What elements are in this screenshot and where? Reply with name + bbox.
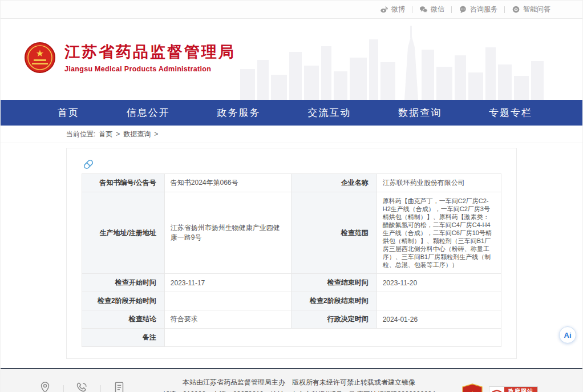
breadcrumb-separator: > [154, 130, 158, 138]
brand-titles: 江苏省药品监督管理局 Jiangsu Medical Products Admi… [64, 42, 236, 73]
national-emblem-logo: ★ [25, 42, 55, 73]
notice-number-value: 告知书2024年第066号 [164, 174, 292, 192]
smart-qa-link[interactable]: 智能问答 [505, 5, 557, 14]
nav-item-data-query[interactable]: 数据查询 [398, 106, 442, 119]
main-nav-inner: 首页 信息公开 政务服务 交流互动 数据查询 专题专栏 [58, 106, 532, 119]
table-row: 生产地址/注册地址 江苏省扬州市扬州生物健康产业园健康一路9号 检查范围 原料药… [82, 192, 501, 274]
document-icon [112, 381, 126, 392]
shield-icon [489, 387, 504, 392]
address-value: 江苏省扬州市扬州生物健康产业园健康一路9号 [164, 192, 292, 274]
table-row: 备注 [82, 329, 501, 347]
decision-date-label: 行政决定时间 [292, 310, 376, 329]
footer-quicklinks: 网站导航 联系方式 隐私申明 [28, 381, 136, 392]
privacy-link[interactable]: 隐私申明 [102, 381, 136, 392]
table-row: 告知书编号/公告号 告知书2024年第066号 企业名称 江苏联环药业股份有限公… [82, 174, 501, 192]
conclusion-label: 检查结论 [82, 310, 165, 329]
consult-service-label: 咨询服务 [470, 5, 497, 14]
chat-bubble-icon [459, 5, 467, 14]
nav-item-info-disclosure[interactable]: 信息公开 [127, 106, 170, 119]
footer-info: 本站由江苏省药品监督管理局主办 版权所有未经许可禁止转载或者建立镜像 邮编：21… [136, 377, 461, 392]
start-date-label: 检查开始时间 [82, 274, 165, 292]
robot-icon [512, 5, 520, 14]
breadcrumb-data-query-link[interactable]: 数据查询 [123, 130, 151, 139]
decision-date-value: 2024-01-26 [376, 310, 501, 329]
phase2-end-label: 检查2阶段结束时间 [292, 292, 376, 310]
main-nav: 首页 信息公开 政务服务 交流互动 数据查询 专题专栏 [1, 100, 582, 126]
site-footer: 网站导航 联系方式 隐私申明 本站由江苏省药品监督管理局主办 版权所有未经许可禁… [1, 368, 582, 392]
divider [100, 385, 101, 392]
badge-text-line1: 政府网站 [508, 387, 533, 392]
site-title-english: Jiangsu Medical Products Administration [64, 65, 236, 73]
weibo-icon [380, 5, 388, 14]
page: 微博 微信 咨询服务 智能问答 [0, 0, 583, 392]
company-name-value: 江苏联环药业股份有限公司 [376, 174, 501, 192]
inspection-detail-panel: 告知书编号/公告号 告知书2024年第066号 企业名称 江苏联环药业股份有限公… [66, 148, 517, 359]
footer-badges: ★ 政府网站 找错 [461, 383, 538, 392]
consult-service-link[interactable]: 咨询服务 [452, 5, 504, 14]
inspection-scope-label: 检查范围 [292, 192, 376, 274]
weibo-label: 微博 [391, 5, 405, 14]
breadcrumb-home-link[interactable]: 首页 [99, 130, 112, 139]
end-date-label: 检查结束时间 [292, 274, 376, 292]
divider [63, 385, 64, 392]
brand[interactable]: ★ 江苏省药品监督管理局 Jiangsu Medical Products Ad… [25, 42, 236, 73]
footer-line-address: 邮编：210008 电话：83273610 地址：南京市鼓楼街5号 政府网站标识… [136, 389, 461, 392]
top-utility-bar: 微博 微信 咨询服务 智能问答 [1, 1, 582, 19]
badge-text: 政府网站 找错 [504, 387, 537, 392]
phase2-start-value [164, 292, 292, 310]
gov-agency-badge-icon[interactable]: ★ [461, 383, 483, 392]
gov-site-error-report-badge[interactable]: 政府网站 找错 [489, 386, 538, 392]
company-name-label: 企业名称 [292, 174, 376, 192]
city-skyline-decoration [240, 25, 548, 100]
sitemap-link[interactable]: 网站导航 [28, 381, 62, 392]
breadcrumb-prefix: 当前位置: [66, 130, 95, 139]
breadcrumb-separator: > [116, 130, 120, 138]
breadcrumb: 当前位置: 首页 > 数据查询 > [1, 126, 582, 143]
table-row: 检查开始时间 2023-11-17 检查结束时间 2023-11-20 [82, 274, 501, 292]
footer-line-host: 本站由江苏省药品监督管理局主办 版权所有未经许可禁止转载或者建立镜像 [136, 377, 461, 389]
nav-item-gov-services[interactable]: 政务服务 [217, 106, 261, 119]
ai-assistant-button[interactable]: Ai [559, 326, 576, 343]
phone-icon [75, 381, 89, 392]
main-content: 告知书编号/公告号 告知书2024年第066号 企业名称 江苏联环药业股份有限公… [1, 143, 582, 359]
wechat-link[interactable]: 微信 [412, 5, 451, 14]
ai-assistant-label: Ai [564, 331, 572, 340]
remark-label: 备注 [82, 329, 165, 347]
address-label: 生产地址/注册地址 [82, 192, 165, 274]
remark-value [164, 329, 501, 347]
weibo-link[interactable]: 微博 [373, 5, 412, 14]
table-row: 检查结论 符合要求 行政决定时间 2024-01-26 [82, 310, 501, 329]
inspection-scope-value: 原料药【曲克芦丁，一车间C2厂房C2-H2生产线（合成），一车间C2厂房3号精烘… [376, 192, 501, 274]
nav-item-special-topics[interactable]: 专题专栏 [489, 106, 532, 119]
conclusion-value: 符合要求 [164, 310, 292, 329]
phase2-start-label: 检查2阶段开始时间 [82, 292, 165, 310]
table-row: 检查2阶段开始时间 检查2阶段结束时间 [82, 292, 501, 310]
svg-text:★: ★ [36, 49, 44, 58]
site-title: 江苏省药品监督管理局 [64, 42, 236, 62]
wechat-label: 微信 [431, 5, 444, 14]
smart-qa-label: 智能问答 [523, 5, 550, 14]
nav-item-interaction[interactable]: 交流互动 [307, 106, 351, 119]
notice-number-label: 告知书编号/公告号 [82, 174, 165, 192]
phase2-end-value [376, 292, 501, 310]
pill-icon [82, 157, 95, 171]
site-header: ★ 江苏省药品监督管理局 Jiangsu Medical Products Ad… [1, 19, 582, 100]
end-date-value: 2023-11-20 [376, 274, 501, 292]
svg-text:★: ★ [468, 389, 476, 392]
wechat-icon [419, 5, 428, 14]
nav-item-home[interactable]: 首页 [58, 106, 79, 119]
contact-link[interactable]: 联系方式 [65, 381, 99, 392]
inspection-table: 告知书编号/公告号 告知书2024年第066号 企业名称 江苏联环药业股份有限公… [82, 173, 501, 347]
location-pin-icon [38, 381, 52, 392]
start-date-value: 2023-11-17 [164, 274, 292, 292]
